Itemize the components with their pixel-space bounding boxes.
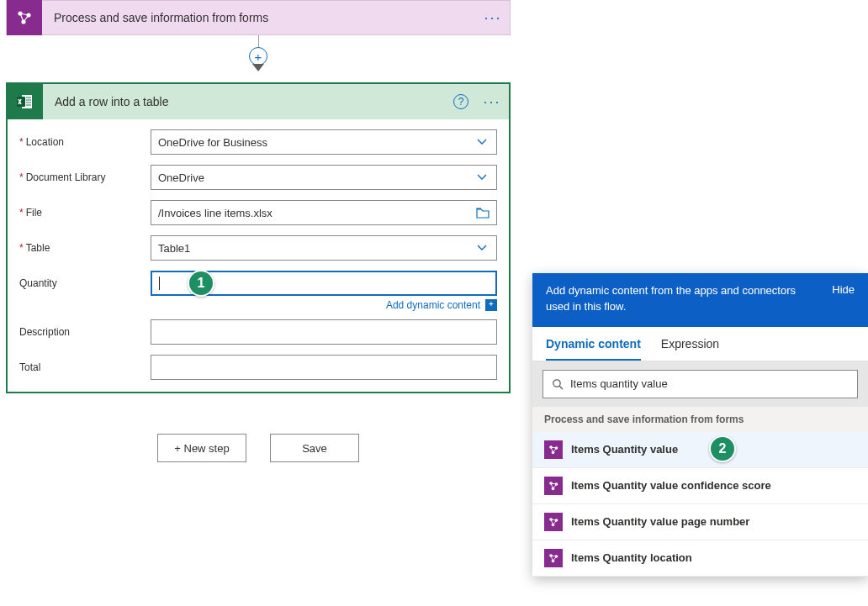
chevron-down-icon[interactable] [474,137,490,147]
text-cursor [159,277,160,290]
action-title: Add a row into a table [55,95,453,108]
dynamic-section-title: Process and save information from forms [532,407,868,432]
flow-canvas: Process and save information from forms … [6,0,511,462]
action-header[interactable]: Add a row into a table ? ··· [8,84,509,119]
ai-builder-icon [544,549,563,567]
chevron-down-icon[interactable] [474,172,490,182]
action-more-menu[interactable]: ··· [475,93,509,111]
dynamic-item-quantity-value[interactable]: Items Quantity value 2 [532,432,868,468]
location-label: *Location [19,136,151,148]
table-label: *Table [19,242,151,254]
dynamic-item-quantity-location[interactable]: Items Quantity location [532,540,868,577]
trigger-title: Process and save information from forms [54,11,476,24]
flow-connector: + [6,35,511,82]
dynamic-item-page-number[interactable]: Items Quantity value page number [532,504,868,540]
total-label: Total [19,361,151,373]
dynamic-panel-header: Add dynamic content from the apps and co… [532,273,868,327]
tab-expression[interactable]: Expression [661,327,719,361]
doclib-dropdown[interactable]: OneDrive [151,165,497,190]
svg-point-5 [553,379,560,386]
description-input[interactable] [151,319,497,345]
ai-builder-icon [544,477,563,495]
quantity-label: Quantity [19,277,151,289]
flow-footer-buttons: + New step Save [6,434,511,462]
callout-badge-1: 1 [188,270,214,297]
doclib-label: *Document Library [19,171,151,183]
svg-rect-4 [17,97,25,107]
folder-icon[interactable] [476,207,490,219]
trigger-card[interactable]: Process and save information from forms … [6,0,511,35]
dynamic-content-panel: Add dynamic content from the apps and co… [532,273,868,577]
file-picker[interactable]: /Invoices line items.xlsx [151,200,497,225]
table-dropdown[interactable]: Table1 [151,235,497,261]
dynamic-search-text[interactable] [570,377,849,390]
ai-builder-icon [544,440,563,459]
help-icon[interactable]: ? [453,94,468,109]
tab-dynamic-content[interactable]: Dynamic content [546,327,641,361]
file-label: *File [19,207,151,219]
action-card: Add a row into a table ? ··· *Location O… [6,82,511,393]
location-dropdown[interactable]: OneDrive for Business [151,129,497,155]
add-step-inline-button[interactable]: + [249,47,267,66]
ai-builder-icon [544,513,563,531]
lightning-icon: ⁺ [485,299,497,311]
add-dynamic-content-link[interactable]: Add dynamic content ⁺ [151,299,497,311]
dynamic-panel-tabs: Dynamic content Expression [532,327,868,361]
trigger-more-menu[interactable]: ··· [476,9,510,27]
new-step-button[interactable]: + New step [157,434,246,462]
dynamic-item-confidence-score[interactable]: Items Quantity value confidence score [532,468,868,504]
chevron-down-icon[interactable] [474,243,490,253]
action-body: *Location OneDrive for Business *Documen… [8,119,509,392]
dynamic-search-wrap [532,361,868,407]
callout-badge-2: 2 [709,435,736,462]
ai-builder-icon [7,0,42,35]
excel-icon [8,84,43,119]
dynamic-search-input[interactable] [542,370,858,398]
description-label: Description [19,326,151,338]
save-button[interactable]: Save [270,434,359,462]
hide-panel-link[interactable]: Hide [832,283,855,296]
search-icon [552,378,564,390]
total-input[interactable] [151,355,497,380]
arrow-down-icon [252,64,264,71]
